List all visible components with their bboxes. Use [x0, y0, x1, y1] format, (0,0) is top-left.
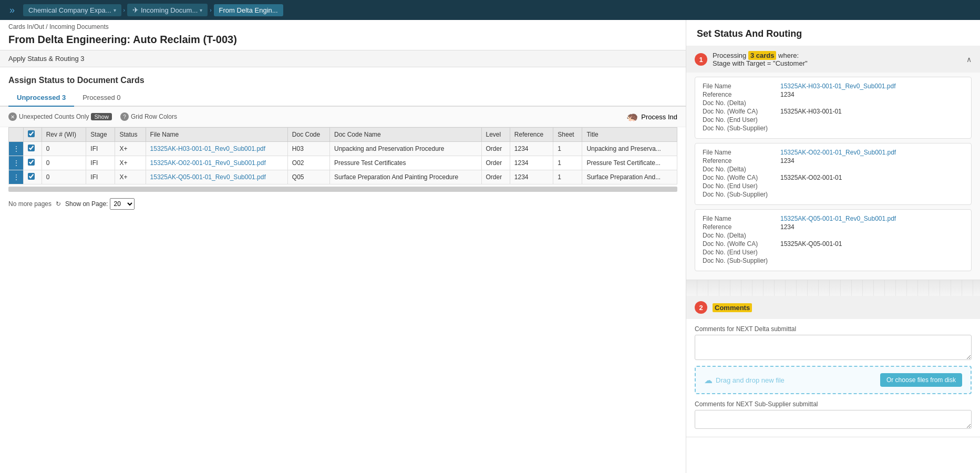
grid-colors-item: ? Grid Row Colors — [120, 112, 177, 121]
row-handle[interactable]: ⋮ — [9, 142, 24, 156]
row-filename: 15325AK-Q05-001-01_Rev0_Sub001.pdf — [146, 170, 287, 184]
row-rev: 0 — [42, 170, 86, 184]
unexpected-icon: ✕ — [8, 112, 17, 121]
step1-title: Processing 3 cards where: Stage with Tar… — [713, 52, 808, 67]
cards-highlight: 3 cards — [748, 51, 777, 60]
card-docno-wolfe-label: Doc No. (Wolfe CA) — [703, 240, 776, 248]
row-level: Order — [481, 142, 510, 156]
file-link[interactable]: 15325AK-O02-001-01_Rev0_Sub001.pdf — [150, 159, 266, 167]
col-reference: Reference — [510, 128, 553, 142]
horizontal-scrollbar[interactable] — [8, 187, 677, 192]
row-rev: 0 — [42, 142, 86, 156]
card-filename-value[interactable]: 15325AK-H03-001-01_Rev0_Sub001.pdf — [780, 83, 964, 90]
nav-item-label: From Delta Engin... — [219, 6, 278, 14]
data-table: Rev # (WI) Stage Status File Name Doc Co… — [8, 127, 677, 184]
card-docno-enduser-label: Doc No. (End User) — [703, 182, 776, 190]
question-icon: ? — [120, 112, 129, 121]
unexpected-counts-toggle: ✕ Unexpected Counts Only Show — [8, 112, 112, 121]
tab-unprocessed[interactable]: Unprocessed 3 — [8, 89, 74, 107]
refresh-icon[interactable]: ↻ — [56, 200, 61, 208]
nav-separator: › — [210, 7, 211, 13]
row-filename: 15325AK-O02-001-01_Rev0_Sub001.pdf — [146, 156, 287, 170]
card-docno-delta-value — [780, 232, 964, 239]
breadcrumb: Cards In/Out / Incoming Documents — [0, 20, 686, 32]
step1-number: 1 — [695, 53, 707, 66]
card-docno-wolfe-value: 15325AK-H03-001-01 — [780, 108, 964, 115]
col-level: Level — [481, 128, 510, 142]
step1-header[interactable]: 1 Processing 3 cards where: Stage with T… — [686, 46, 980, 73]
hedgehog-icon: 🦔 — [626, 111, 638, 122]
card-filename-value[interactable]: 15325AK-Q05-001-01_Rev0_Sub001.pdf — [780, 215, 964, 222]
left-content: Cards In/Out / Incoming Documents From D… — [0, 20, 686, 473]
step2-section: 2 Comments Comments for NEXT Delta submi… — [686, 296, 980, 437]
nav-breadcrumb: Chemical Company Expa... ▾ › ✈ Incoming … — [23, 4, 283, 16]
file-link[interactable]: 15325AK-Q05-001-01_Rev0_Sub001.pdf — [150, 173, 266, 181]
row-level: Order — [481, 170, 510, 184]
panel-header: Set Status And Routing — [686, 20, 980, 46]
row-title: Surface Preparation And... — [582, 170, 677, 184]
top-nav: » Chemical Company Expa... ▾ › ✈ Incomin… — [0, 0, 980, 20]
card-item: File Name 15325AK-H03-001-01_Rev0_Sub001… — [695, 77, 972, 139]
next-supplier-textarea[interactable] — [695, 410, 972, 429]
card-reference-value: 1234 — [780, 91, 964, 98]
next-delta-label: Comments for NEXT Delta submittal — [695, 325, 972, 333]
nav-item-chemical[interactable]: Chemical Company Expa... ▾ — [23, 4, 121, 16]
step2-header[interactable]: 2 Comments — [686, 296, 980, 319]
card-filename-label: File Name — [703, 83, 776, 90]
card-reference-label: Reference — [703, 223, 776, 231]
row-checkbox[interactable] — [28, 173, 35, 180]
nav-item-delta[interactable]: From Delta Engin... — [214, 4, 283, 16]
col-checkbox — [24, 128, 42, 142]
file-drop-area[interactable]: ☁ Drag and drop new file Or choose files… — [695, 366, 972, 394]
step1-section: 1 Processing 3 cards where: Stage with T… — [686, 46, 980, 280]
cloud-upload-icon: ☁ — [704, 375, 713, 385]
col-handle — [9, 128, 24, 142]
tab-processed[interactable]: Processed 0 — [74, 89, 129, 107]
row-doccode: O02 — [287, 156, 329, 170]
row-checkbox[interactable] — [28, 159, 35, 166]
right-panel: Set Status And Routing 1 Processing 3 ca… — [686, 20, 980, 473]
card-item: File Name 15325AK-Q05-001-01_Rev0_Sub001… — [695, 209, 972, 271]
table-row: ⋮ 0 IFI X+ 15325AK-O02-001-01_Rev0_Sub00… — [9, 156, 677, 170]
collapse-icon[interactable]: ∧ — [966, 55, 972, 64]
card-docno-enduser-label: Doc No. (End User) — [703, 249, 776, 256]
row-doccodename: Unpacking and Preservation Procedure — [330, 142, 481, 156]
row-doccodename: Pressure Test Certificates — [330, 156, 481, 170]
next-supplier-label: Comments for NEXT Sub-Supplier submittal — [695, 400, 972, 408]
row-filename: 15325AK-H03-001-01_Rev0_Sub001.pdf — [146, 142, 287, 156]
row-sheet: 1 — [553, 156, 582, 170]
row-handle[interactable]: ⋮ — [9, 170, 24, 184]
page-size-select[interactable]: 20 50 100 — [110, 198, 135, 210]
card-filename-label: File Name — [703, 215, 776, 222]
nav-logo[interactable]: » — [5, 3, 19, 18]
card-docno-delta-label: Doc No. (Delta) — [703, 232, 776, 239]
file-link[interactable]: 15325AK-H03-001-01_Rev0_Sub001.pdf — [150, 145, 266, 152]
row-handle[interactable]: ⋮ — [9, 156, 24, 170]
card-docno-delta-value — [780, 166, 964, 173]
incoming-doc-icon: ✈ — [132, 6, 139, 14]
row-checkbox[interactable] — [28, 145, 35, 151]
card-docno-subsupplier-label: Doc No. (Sub-Supplier) — [703, 191, 776, 198]
select-all-checkbox[interactable] — [28, 130, 35, 137]
choose-files-button[interactable]: Or choose files from disk — [880, 373, 962, 387]
card-filename-value[interactable]: 15325AK-O02-001-01_Rev0_Sub001.pdf — [780, 149, 964, 156]
main-layout: Cards In/Out / Incoming Documents From D… — [0, 20, 980, 473]
row-stage: IFI — [86, 156, 115, 170]
step2-number: 2 — [695, 301, 707, 314]
row-status: X+ — [115, 156, 146, 170]
col-sheet: Sheet — [553, 128, 582, 142]
col-doccodename: Doc Code Name — [330, 128, 481, 142]
row-status: X+ — [115, 170, 146, 184]
card-docno-subsupplier-value — [780, 191, 964, 198]
row-reference: 1234 — [510, 156, 553, 170]
row-checkbox-cell — [24, 170, 42, 184]
drop-area-left: ☁ Drag and drop new file — [704, 375, 785, 385]
card-docno-subsupplier-value — [780, 257, 964, 264]
next-delta-textarea[interactable] — [695, 335, 972, 360]
row-reference: 1234 — [510, 170, 553, 184]
card-reference-label: Reference — [703, 91, 776, 98]
show-button[interactable]: Show — [91, 113, 112, 120]
nav-item-incoming[interactable]: ✈ Incoming Docum... ▾ — [127, 4, 208, 16]
row-stage: IFI — [86, 170, 115, 184]
card-docno-delta-label: Doc No. (Delta) — [703, 166, 776, 173]
